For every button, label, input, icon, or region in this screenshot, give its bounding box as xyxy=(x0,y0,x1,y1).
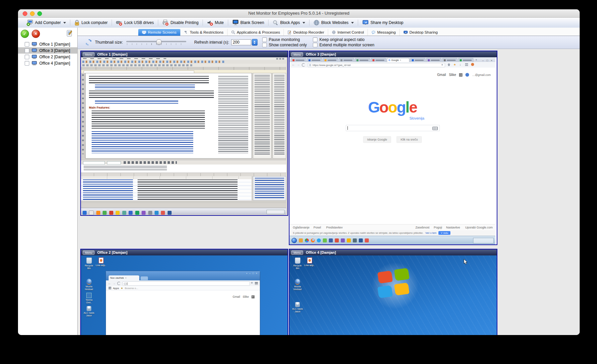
browser-tab[interactable] xyxy=(426,58,441,62)
thumbnail-menu-button[interactable]: Menu xyxy=(291,52,303,57)
reject-button[interactable]: × xyxy=(32,30,40,38)
browser-tab[interactable] xyxy=(458,58,473,62)
close-tab-icon[interactable]: × xyxy=(125,277,127,279)
computer-checkbox[interactable] xyxy=(25,55,29,59)
back-icon[interactable]: ← xyxy=(108,281,111,286)
start-button[interactable] xyxy=(292,238,297,243)
desktop-icon-alc[interactable]: ALC nasls Jasor xyxy=(83,306,95,317)
close-tab-icon[interactable]: × xyxy=(400,59,401,61)
keep-aspect-checkbox[interactable] xyxy=(313,37,317,42)
browser-tab-active[interactable]: Nov zavihek × xyxy=(109,275,139,280)
keep-aspect-option[interactable]: Keep original aspect ratio xyxy=(313,37,374,42)
apps-grid-icon[interactable] xyxy=(109,287,111,289)
desktop-icon-lmeadp[interactable]: Lme-adp.. xyxy=(95,257,107,267)
desktop-icon-mozila[interactable]: Mozila hindsad xyxy=(83,279,95,291)
back-icon[interactable]: ← xyxy=(292,62,295,67)
bookmark-label[interactable]: Bosena o... xyxy=(125,287,138,290)
slider-thumb[interactable] xyxy=(156,39,162,45)
google-search-button[interactable]: Iskanje Google xyxy=(363,136,391,143)
thumbnail-menu-button[interactable]: Menu xyxy=(291,250,303,255)
gmail-link[interactable]: Gmail xyxy=(233,295,240,298)
block-websites-button[interactable]: Block Websites xyxy=(309,18,358,27)
reload-icon[interactable] xyxy=(302,63,305,67)
feeling-lucky-button[interactable]: Klik na srečo xyxy=(396,136,422,143)
mute-button[interactable]: Mute xyxy=(203,18,228,27)
apps-grid-icon[interactable] xyxy=(459,73,462,77)
computer-checkbox[interactable] xyxy=(25,42,29,47)
office4-screen[interactable]: Recycle Bin Lme-adp.. Mozila hindsad xyxy=(290,255,497,335)
account-avatar[interactable] xyxy=(465,73,469,77)
apps-grid-icon[interactable] xyxy=(252,295,255,298)
office3-screen[interactable]: G Google × + – □ × xyxy=(290,57,497,244)
forward-icon[interactable]: → xyxy=(112,281,116,286)
desktop-icon-mozila[interactable]: Mozila hindsad xyxy=(292,279,303,291)
tab-desktop-recorder[interactable]: Desktop Recorder xyxy=(284,29,328,36)
images-link[interactable]: Slike xyxy=(243,295,249,298)
favorites-icon[interactable]: ★ xyxy=(453,63,456,66)
thumbnail-menu-button[interactable]: Menu xyxy=(83,52,95,57)
desktop-icon-recycle-bin[interactable]: Recycle Bin xyxy=(83,257,95,270)
office1-screen[interactable]: Main Features: xyxy=(81,57,288,215)
bookmark-star-icon[interactable]: ★ xyxy=(251,281,253,284)
office2-screen[interactable]: Recycle Bin Lme-adp.. Mozila hindsad xyxy=(81,255,288,335)
forward-icon[interactable]: → xyxy=(297,62,300,67)
thumbnail-office3[interactable]: Menu Office 3 [Damjan] xyxy=(289,51,497,245)
browser-tab[interactable] xyxy=(442,58,457,62)
bookmark-star-icon[interactable]: ★ xyxy=(441,63,443,66)
tab-internet-control[interactable]: Internet Control xyxy=(328,29,367,36)
thumbnail-office1[interactable]: Menu Office 1 [Damjan] xyxy=(80,51,288,216)
refresh-interval-input[interactable] xyxy=(231,39,251,45)
refresh-interval-stepper[interactable] xyxy=(252,39,258,46)
profile-icon[interactable] xyxy=(471,63,474,66)
thumbnail-office4[interactable]: Menu Office 4 [Damjan] Recycle Bin Lme-a… xyxy=(289,249,497,335)
office2-browser-window[interactable]: ▪ – □ × Nov zavihek × ← → xyxy=(106,271,260,335)
tab-messaging[interactable]: Messaging xyxy=(367,29,399,36)
desktop-icon-lmeadp[interactable]: Lme-adp.. xyxy=(303,257,315,267)
new-tab-button[interactable]: + xyxy=(475,58,477,62)
browser-tab[interactable] xyxy=(307,58,322,62)
thumbnail-size-slider[interactable] xyxy=(126,39,186,45)
accept-button[interactable]: ✓ xyxy=(21,30,29,38)
browser-tab[interactable] xyxy=(323,58,338,62)
browser-tab[interactable] xyxy=(291,58,306,62)
browser-tab[interactable] xyxy=(355,58,370,62)
desktop-icon-alc[interactable]: ALC nasls Jasor xyxy=(292,302,303,313)
desktop-icon-recycle-bin[interactable]: Recycle Bin xyxy=(292,257,303,270)
cookie-ok-button[interactable]: V redu xyxy=(438,231,450,235)
block-apps-button[interactable]: Block Apps xyxy=(269,18,309,27)
new-tab-button[interactable] xyxy=(141,276,148,280)
extend-monitor-checkbox[interactable] xyxy=(313,43,317,47)
menu-icon[interactable] xyxy=(255,282,258,285)
footer-link[interactable]: Pogoji xyxy=(434,226,442,229)
show-connected-checkbox[interactable] xyxy=(262,43,267,47)
thumbnail-office2[interactable]: Menu Office 2 [Damjan] Recycle Bin Lme-a… xyxy=(80,249,288,335)
tab-desktop-sharing[interactable]: Desktop Sharing xyxy=(399,29,441,36)
thumbnail-menu-button[interactable]: Menu xyxy=(83,250,95,255)
home-icon[interactable] xyxy=(447,63,450,66)
footer-link[interactable]: Uporabi Google.com xyxy=(465,226,493,229)
address-bar[interactable]: https://www.google.si/?gws_rd=ssl ★ xyxy=(308,63,445,67)
cookie-more-link[interactable]: Več o tem xyxy=(425,231,436,234)
window-controls[interactable]: ▪ – □ × xyxy=(246,272,258,274)
extend-monitor-option[interactable]: Extend multiple monitor screen xyxy=(313,43,374,47)
browser-tab[interactable] xyxy=(410,58,425,62)
pause-monitoring-option[interactable]: Pause monitoring xyxy=(262,37,307,42)
add-computer-button[interactable]: Add Computer xyxy=(23,18,70,27)
refresh-icon[interactable] xyxy=(85,39,92,46)
tab-applications-processes[interactable]: Applications & Processes xyxy=(227,29,284,36)
footer-link[interactable]: Posel xyxy=(313,226,321,229)
share-desktop-button[interactable]: Share my Desktop xyxy=(358,18,407,27)
apps-label[interactable]: Apps xyxy=(113,287,119,290)
address-bar[interactable] xyxy=(123,281,250,286)
disable-printing-button[interactable]: Disable Printing xyxy=(158,18,203,27)
lock-computer-button[interactable]: Lock computer xyxy=(70,18,112,27)
blank-screen-button[interactable]: Blank Screen xyxy=(228,18,268,27)
footer-link[interactable]: Oglaševanje xyxy=(293,226,309,229)
computer-row-office2[interactable]: Office 2 [Damjan] xyxy=(18,54,77,60)
browser-tab[interactable] xyxy=(339,58,354,62)
tab-remote-screens[interactable]: Remote Screens xyxy=(138,29,180,36)
download-icon[interactable]: ↓ xyxy=(459,62,461,67)
pause-monitoring-checkbox[interactable] xyxy=(262,37,267,42)
reload-icon[interactable] xyxy=(117,282,121,285)
menu-icon[interactable] xyxy=(465,63,468,66)
